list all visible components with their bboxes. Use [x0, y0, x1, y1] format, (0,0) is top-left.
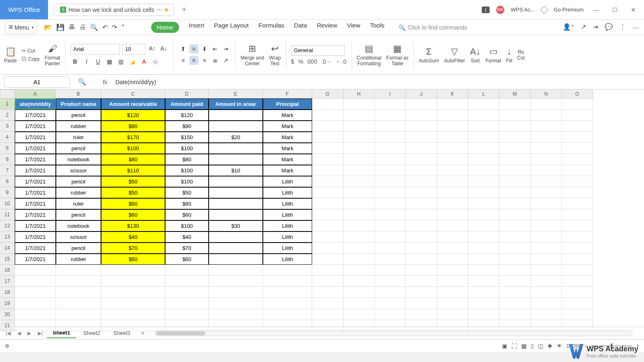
cell[interactable] [312, 121, 343, 132]
tab-tools[interactable]: Tools [370, 22, 384, 33]
cell[interactable] [312, 176, 343, 187]
cell[interactable] [406, 176, 437, 187]
cell[interactable]: $100 [165, 220, 209, 231]
cell[interactable] [437, 320, 468, 331]
cell[interactable] [437, 143, 468, 154]
cell[interactable] [343, 121, 375, 132]
cell[interactable] [375, 154, 406, 165]
cell[interactable] [375, 320, 406, 331]
cell[interactable] [15, 309, 56, 320]
cell[interactable] [343, 243, 375, 254]
cell[interactable] [437, 110, 468, 121]
cell[interactable] [437, 187, 468, 198]
cell[interactable] [343, 209, 375, 220]
cell[interactable] [312, 231, 343, 243]
row-header-1[interactable]: 1 [0, 99, 15, 110]
cell[interactable]: $80 [101, 198, 165, 209]
column-header-K[interactable]: K [437, 89, 468, 99]
cell[interactable]: 1/7/2021 [15, 254, 56, 265]
cell[interactable]: $10 [209, 165, 263, 176]
cell[interactable] [562, 309, 593, 320]
cell[interactable] [499, 265, 531, 276]
cell[interactable]: $120 [101, 110, 165, 121]
cell[interactable] [437, 154, 468, 165]
cell[interactable] [209, 154, 263, 165]
cell[interactable] [499, 99, 531, 110]
cell[interactable] [312, 99, 343, 110]
cell[interactable] [562, 110, 593, 121]
cell[interactable] [437, 309, 468, 320]
cell[interactable] [209, 320, 263, 331]
cell[interactable] [56, 298, 101, 309]
cell[interactable] [406, 132, 437, 143]
formula-input[interactable] [114, 77, 644, 87]
cell[interactable] [499, 154, 531, 165]
cell[interactable] [312, 320, 343, 331]
cell[interactable] [406, 99, 437, 110]
cell[interactable] [15, 276, 56, 287]
row-header-5[interactable]: 5 [0, 143, 15, 154]
tab-page-layout[interactable]: Page Layout [214, 22, 248, 33]
cell[interactable] [209, 198, 263, 209]
cell[interactable]: scissor [56, 165, 101, 176]
cell[interactable]: notebook [56, 220, 101, 231]
cell[interactable] [263, 298, 312, 309]
comma-icon[interactable]: 000 [308, 58, 317, 65]
merge-center-button[interactable]: ⊞ Merge and Center [241, 44, 264, 66]
cell[interactable] [531, 265, 562, 276]
cell[interactable] [468, 132, 499, 143]
cell[interactable] [15, 298, 56, 309]
cell[interactable] [209, 298, 263, 309]
close-button[interactable]: ✕ [628, 5, 639, 15]
comment-icon[interactable]: 💬 [605, 23, 613, 32]
cell[interactable]: 1/7/2021 [15, 110, 56, 121]
cell[interactable] [56, 276, 101, 287]
cell[interactable] [209, 287, 263, 298]
cell[interactable] [468, 209, 499, 220]
cell[interactable] [468, 143, 499, 154]
cell[interactable] [375, 121, 406, 132]
font-size-select[interactable] [122, 44, 145, 55]
cell[interactable] [343, 187, 375, 198]
row-header-12[interactable]: 12 [0, 220, 15, 231]
wrap-text-button[interactable]: ↩ Wrap Text [269, 44, 281, 66]
cell[interactable] [437, 276, 468, 287]
cell[interactable] [312, 110, 343, 121]
cell[interactable]: Product name [56, 99, 101, 110]
underline-button[interactable]: U [94, 57, 103, 66]
cell[interactable]: 1/7/2021 [15, 132, 56, 143]
cell[interactable] [562, 220, 593, 231]
minimize-button[interactable]: — [590, 5, 603, 15]
cell[interactable] [406, 187, 437, 198]
cell[interactable] [499, 198, 531, 209]
cell[interactable]: Lilith [263, 231, 312, 243]
row-header-7[interactable]: 7 [0, 165, 15, 176]
undo-icon[interactable]: ↶ [102, 23, 108, 31]
cell[interactable] [375, 198, 406, 209]
cell[interactable]: rubber [56, 187, 101, 198]
horizontal-scrollbar[interactable] [155, 330, 632, 336]
cell[interactable] [562, 231, 593, 243]
cell[interactable] [15, 320, 56, 331]
cell[interactable] [343, 154, 375, 165]
cell[interactable]: Lilith [263, 243, 312, 254]
column-header-G[interactable]: G [312, 89, 343, 99]
cell[interactable] [375, 309, 406, 320]
cell[interactable] [437, 287, 468, 298]
cell[interactable] [56, 287, 101, 298]
bold-button[interactable]: B [71, 57, 80, 66]
cell[interactable] [263, 309, 312, 320]
cell[interactable] [209, 265, 263, 276]
row-header-10[interactable]: 10 [0, 198, 15, 209]
tab-view[interactable]: View [347, 22, 360, 33]
fill-button[interactable]: ↓Fill [506, 46, 512, 64]
cell[interactable] [468, 165, 499, 176]
cell[interactable] [562, 165, 593, 176]
cell[interactable] [531, 231, 562, 243]
search-commands[interactable]: 🔍 Click to find commands [398, 24, 467, 31]
menu-button[interactable]: Menu ▾ [5, 21, 37, 34]
cell[interactable] [499, 231, 531, 243]
cell[interactable] [343, 309, 375, 320]
preview-icon[interactable]: 🔍 [90, 23, 98, 31]
cell[interactable] [375, 254, 406, 265]
